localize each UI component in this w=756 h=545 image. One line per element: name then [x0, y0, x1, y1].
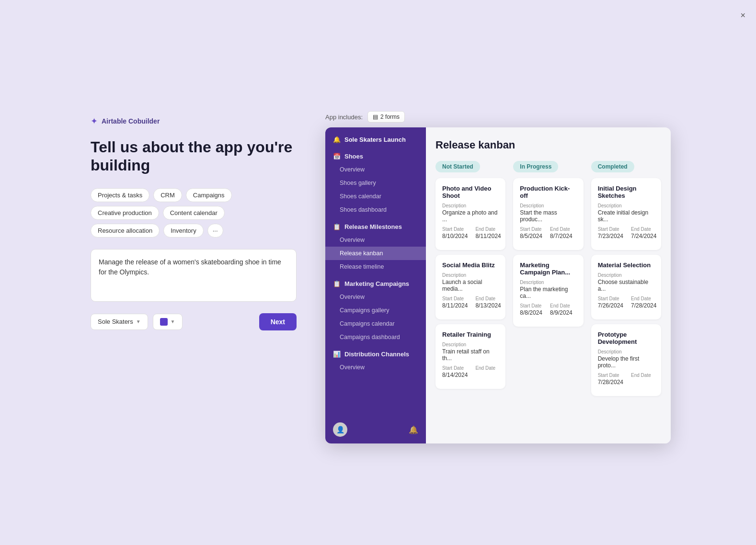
- card-date-row: Start Date 7/23/2024 End Date 7/24/2024: [598, 227, 654, 243]
- end-date-label: End Date: [475, 227, 501, 232]
- bottom-row: Sole Skaters ▼ ▼ Next: [91, 313, 297, 330]
- sidebar-item-release-kanban[interactable]: Release kanban: [325, 247, 426, 260]
- sidebar-header: 🔔 Sole Skaters Launch: [325, 127, 426, 148]
- tag-more[interactable]: ···: [207, 224, 223, 238]
- card-field-value: Train retail staff on th...: [442, 348, 499, 362]
- end-date-value: 8/9/2024: [550, 309, 573, 316]
- tag-campaigns[interactable]: Campaigns: [186, 188, 232, 202]
- main-heading: Tell us about the app you're building: [91, 138, 297, 175]
- sidebar-item-marketing-overview[interactable]: Overview: [325, 290, 426, 304]
- start-date-value: 7/26/2024: [598, 302, 623, 309]
- forms-icon: ▤: [373, 114, 378, 120]
- sidebar-section-shoes-header[interactable]: 📅 Shoes: [325, 148, 426, 163]
- sidebar-item-distribution-overview[interactable]: Overview: [325, 361, 426, 374]
- kanban-card: Marketing Campaign Plan... Description P…: [513, 255, 583, 327]
- start-date-label: Start Date: [598, 373, 623, 378]
- kanban-card: Prototype Development Description Develo…: [591, 324, 661, 396]
- kanban-card: Photo and Video Shoot Description Organi…: [435, 178, 505, 250]
- col-header-not-started: Not Started: [435, 161, 480, 172]
- sidebar-item-shoes-calendar[interactable]: Shoes calendar: [325, 190, 426, 203]
- close-button[interactable]: ×: [740, 11, 745, 21]
- notification-icon[interactable]: 🔔: [409, 425, 418, 434]
- card-field-label: Description: [442, 203, 499, 208]
- end-date-value: 8/13/2024: [475, 302, 501, 309]
- sidebar-section-marketing-header[interactable]: 📋 Marketing Campaigns: [325, 275, 426, 290]
- color-selector[interactable]: ▼: [153, 314, 183, 330]
- start-date-label: Start Date: [442, 365, 468, 371]
- sidebar-section-release-header[interactable]: 📋 Release Milestones: [325, 218, 426, 233]
- start-date-label: Start Date: [520, 303, 542, 308]
- card-date-row: Start Date 8/5/2024 End Date 8/7/2024: [520, 227, 576, 243]
- end-date-value: 8/7/2024: [550, 233, 573, 239]
- sidebar: 🔔 Sole Skaters Launch 📅 Shoes Overview S…: [325, 127, 426, 443]
- tags-container: Projects & tasks CRM Campaigns Creative …: [91, 188, 297, 238]
- sidebar-item-shoes-overview[interactable]: Overview: [325, 163, 426, 176]
- card-field-label: Description: [520, 203, 576, 208]
- start-date-value: 8/11/2024: [442, 302, 468, 309]
- end-date-value: 8/11/2024: [475, 233, 501, 239]
- start-date-label: Start Date: [598, 296, 623, 301]
- kanban-card: Social Media Blitz Description Launch a …: [435, 255, 505, 319]
- sidebar-item-shoes-dashboard[interactable]: Shoes dashboard: [325, 203, 426, 216]
- logo-icon: ✦: [91, 116, 98, 126]
- avatar: 👤: [333, 422, 347, 437]
- sidebar-item-release-overview[interactable]: Overview: [325, 233, 426, 247]
- card-title: Retailer Training: [442, 331, 499, 338]
- card-field-label: Description: [598, 272, 654, 278]
- description-text: Manage the release of a women's skateboa…: [99, 257, 288, 277]
- kanban-col-completed: Completed Initial Design Sketches Descri…: [591, 161, 661, 401]
- next-button[interactable]: Next: [259, 313, 297, 330]
- kanban-board: Not Started Photo and Video Shoot Descri…: [435, 161, 661, 401]
- tag-content[interactable]: Content calendar: [163, 206, 225, 220]
- sidebar-section-distribution-header[interactable]: 📊 Distribution Channels: [325, 346, 426, 361]
- card-date-row: Start Date 8/11/2024 End Date 8/13/2024: [442, 296, 499, 313]
- sidebar-item-shoes-gallery[interactable]: Shoes gallery: [325, 176, 426, 190]
- card-title: Marketing Campaign Plan...: [520, 261, 576, 276]
- release-label: Release Milestones: [344, 223, 402, 230]
- start-date-value: 8/8/2024: [520, 309, 542, 316]
- tag-creative[interactable]: Creative production: [91, 206, 159, 220]
- card-field-value: Start the mass produc...: [520, 209, 576, 223]
- tag-projects[interactable]: Projects & tasks: [91, 188, 149, 202]
- chevron-down-icon: ▼: [136, 319, 141, 324]
- card-title: Initial Design Sketches: [598, 185, 654, 199]
- kanban-card: Retailer Training Description Train reta…: [435, 324, 505, 389]
- card-field-value: Launch a social media...: [442, 279, 499, 292]
- right-panel: App includes: ▤ 2 forms 🔔 Sole Skaters L…: [325, 111, 671, 443]
- col-header-completed: Completed: [591, 161, 634, 172]
- description-area[interactable]: Manage the release of a women's skateboa…: [91, 249, 297, 302]
- sidebar-item-release-timeline[interactable]: Release timeline: [325, 260, 426, 273]
- shoes-icon: 📅: [333, 153, 341, 160]
- card-title: Social Media Blitz: [442, 261, 499, 269]
- selector-group: Sole Skaters ▼ ▼: [91, 314, 183, 330]
- kanban-card: Material Selection Description Choose su…: [591, 255, 661, 319]
- sidebar-section-release: 📋 Release Milestones Overview Release ka…: [325, 218, 426, 273]
- sidebar-item-campaigns-dashboard[interactable]: Campaigns dashboard: [325, 330, 426, 344]
- kanban-card: Production Kick-off Description Start th…: [513, 178, 583, 250]
- end-date-label: End Date: [631, 227, 656, 232]
- end-date-label: End Date: [550, 303, 573, 308]
- card-date-row: Start Date 7/26/2024 End Date 7/28/2024: [598, 296, 654, 313]
- kanban-col-not-started: Not Started Photo and Video Shoot Descri…: [435, 161, 505, 401]
- card-title: Material Selection: [598, 261, 654, 269]
- logo-row: ✦ Airtable Cobuilder: [91, 116, 297, 126]
- start-date-value: 7/28/2024: [598, 379, 623, 386]
- sidebar-footer: 👤 🔔: [325, 416, 426, 443]
- tag-resource[interactable]: Resource allocation: [91, 224, 160, 238]
- project-selector[interactable]: Sole Skaters ▼: [91, 314, 148, 330]
- card-field-value: Plan the marketing ca...: [520, 286, 576, 299]
- start-date-label: Start Date: [442, 227, 468, 232]
- left-panel: ✦ Airtable Cobuilder Tell us about the a…: [91, 111, 297, 330]
- card-title: Prototype Development: [598, 331, 654, 345]
- main-content: Release kanban Not Started Photo and Vid…: [426, 127, 671, 443]
- end-date-label: End Date: [631, 373, 651, 378]
- card-date-row: Start Date 8/14/2024 End Date: [442, 365, 499, 382]
- sidebar-item-campaigns-calendar[interactable]: Campaigns calendar: [325, 317, 426, 330]
- tag-inventory[interactable]: Inventory: [163, 224, 203, 238]
- tag-crm[interactable]: CRM: [153, 188, 182, 202]
- card-field-value: Choose sustainable a...: [598, 279, 654, 292]
- sidebar-item-campaigns-gallery[interactable]: Campaigns gallery: [325, 304, 426, 317]
- card-date-row: Start Date 7/28/2024 End Date: [598, 373, 654, 389]
- project-selector-label: Sole Skaters: [98, 318, 133, 325]
- kanban-card: Initial Design Sketches Description Crea…: [591, 178, 661, 250]
